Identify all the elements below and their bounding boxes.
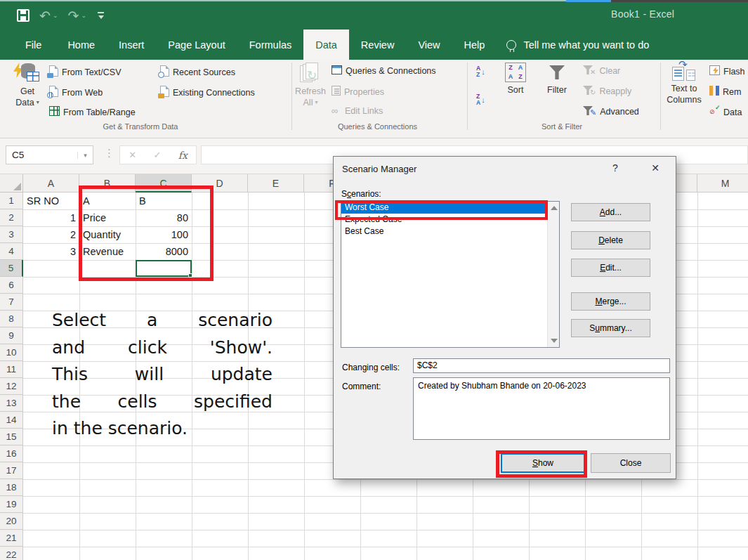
get-data-label-line1: Get	[20, 86, 34, 98]
text-to-columns-button[interactable]: ↷ Text to Columns	[664, 63, 704, 105]
delete-button[interactable]: Delete	[571, 231, 650, 249]
rem-button[interactable]: Rem	[709, 86, 741, 98]
sort-icon: ZA AZ	[505, 63, 526, 82]
row-header-20[interactable]: 20	[0, 513, 23, 530]
undo-dropdown-icon[interactable]: ⌄	[53, 12, 58, 19]
properties-icon	[332, 86, 341, 96]
scenario-item-best-case[interactable]: Best Case	[341, 226, 547, 237]
scroll-down-icon[interactable]	[551, 339, 558, 343]
merge-button[interactable]: Merge...	[571, 292, 650, 311]
customize-quick-access-icon[interactable]	[96, 11, 106, 20]
flash-button[interactable]: Flash	[709, 65, 745, 77]
summary-button[interactable]: Summary...	[571, 319, 650, 337]
cell-A1[interactable]: SR NO	[23, 193, 79, 209]
tab-data[interactable]: Data	[303, 30, 349, 60]
tab-view[interactable]: View	[406, 30, 452, 60]
lightbulb-icon	[506, 40, 516, 50]
row-header-15[interactable]: 15	[0, 429, 23, 445]
row-header-8[interactable]: 8	[0, 311, 23, 327]
clear-button[interactable]: ✕Clear	[583, 65, 620, 77]
tab-review[interactable]: Review	[349, 30, 407, 60]
row-header-22[interactable]: 22	[0, 547, 23, 560]
label: Clear	[599, 66, 620, 76]
name-box-dropdown-icon[interactable]: ▾	[77, 152, 93, 159]
row-header-1[interactable]: 1	[0, 193, 23, 209]
row-header-9[interactable]: 9	[0, 327, 23, 344]
reapply-button[interactable]: ↻Reapply	[583, 86, 631, 97]
filter-button[interactable]: Filter	[541, 63, 573, 96]
changing-cells-field[interactable]: $C$2	[413, 358, 670, 373]
from-table-range-button[interactable]: From Table/Range	[49, 106, 136, 118]
redo-icon[interactable]: ↷	[67, 9, 79, 22]
edit-links-button[interactable]: Edit Links	[332, 106, 383, 116]
tab-page-layout[interactable]: Page Layout	[156, 30, 237, 60]
cell-A3[interactable]: 2	[23, 226, 79, 243]
name-box[interactable]: C5 ▾	[6, 145, 93, 164]
cancel-icon[interactable]: ✕	[129, 150, 136, 160]
row-header-10[interactable]: 10	[0, 344, 23, 361]
undo-icon[interactable]: ↶	[39, 9, 51, 22]
select-all-corner[interactable]	[0, 174, 23, 193]
doc-conn	[160, 86, 169, 97]
sort-ascending-button[interactable]: AZ ↓	[476, 65, 485, 78]
row-header-14[interactable]: 14	[0, 412, 23, 429]
row-header-18[interactable]: 18	[0, 479, 23, 496]
tab-file[interactable]: File	[11, 30, 55, 60]
tab-formulas[interactable]: Formulas	[237, 30, 303, 60]
dialog-help-button[interactable]: ?	[609, 162, 622, 174]
row-header-19[interactable]: 19	[0, 496, 23, 513]
label: Advanced	[600, 107, 639, 117]
sort-descending-button[interactable]: ZA ↓	[476, 93, 485, 106]
insert-function-icon[interactable]: fx	[178, 150, 188, 161]
label: Existing Connections	[173, 88, 255, 98]
advanced-button[interactable]: ✎Advanced	[583, 106, 639, 117]
row-header-7[interactable]: 7	[0, 294, 23, 311]
scenario-list[interactable]: Worst CaseExpected CaseBest Case	[341, 201, 560, 348]
cell-A2[interactable]: 1	[23, 209, 79, 226]
sort-button[interactable]: ZA AZ Sort	[500, 63, 531, 96]
label: Data	[723, 108, 742, 117]
row-header-13[interactable]: 13	[0, 395, 23, 412]
row-header-4[interactable]: 4	[0, 243, 23, 260]
row-header-5[interactable]: 5	[0, 260, 23, 277]
tab-home[interactable]: Home	[55, 30, 107, 60]
queries-connections-button[interactable]: Queries & Connections	[332, 65, 436, 77]
column-header-A[interactable]: A	[23, 174, 79, 193]
scenario-list-scrollbar[interactable]	[547, 202, 559, 347]
row-header-21[interactable]: 21	[0, 530, 23, 547]
row-header-2[interactable]: 2	[0, 209, 23, 226]
cell-A4[interactable]: 3	[23, 243, 79, 260]
tab-insert[interactable]: Insert	[107, 30, 156, 60]
data-button[interactable]: Data	[709, 106, 742, 118]
refresh-all-button[interactable]: ↻ Refresh All▾	[294, 63, 327, 108]
row-header-11[interactable]: 11	[0, 361, 23, 378]
tell-me-box[interactable]: Tell me what you want to do	[506, 30, 649, 60]
existing-connections-button[interactable]: Existing Connections	[160, 86, 255, 99]
row-header-16[interactable]: 16	[0, 445, 23, 462]
redo-dropdown-icon[interactable]: ⌄	[81, 12, 86, 19]
dialog-close-icon[interactable]: ✕	[648, 162, 662, 174]
from-web-button[interactable]: From Web	[49, 86, 103, 99]
formula-bar-grip[interactable]: ⋮	[104, 147, 113, 159]
row-header-6[interactable]: 6	[0, 277, 23, 294]
get-data-button[interactable]: Get Data▾	[8, 63, 46, 108]
column-header-M[interactable]: M	[697, 174, 748, 193]
column-header-E[interactable]: E	[248, 174, 304, 193]
save-icon[interactable]	[17, 9, 29, 22]
highlight-rect-worst-case	[335, 200, 548, 220]
scroll-up-icon[interactable]	[551, 206, 558, 210]
recent-sources-button[interactable]: Recent Sources	[160, 65, 235, 79]
row-header-17[interactable]: 17	[0, 462, 23, 479]
properties-button[interactable]: Properties	[332, 86, 384, 98]
add-button[interactable]: Add...	[571, 203, 650, 221]
tell-me-label: Tell me what you want to do	[523, 39, 649, 51]
enter-icon[interactable]: ✓	[153, 150, 161, 160]
gridline-horizontal	[23, 547, 748, 547]
row-header-3[interactable]: 3	[0, 226, 23, 243]
tab-help[interactable]: Help	[452, 30, 497, 60]
comment-box[interactable]: Created by Shubham Bhande on 20-06-2023	[413, 377, 670, 440]
from-text-csv-button[interactable]: From Text/CSV	[49, 65, 122, 79]
row-header-12[interactable]: 12	[0, 378, 23, 395]
close-button[interactable]: Close	[591, 453, 671, 473]
edit-button[interactable]: Edit...	[571, 259, 650, 277]
